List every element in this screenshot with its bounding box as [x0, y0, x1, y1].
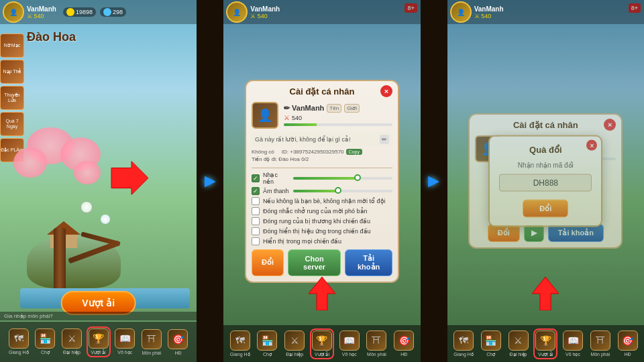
player-level-1: ⚔ 540 — [27, 13, 56, 19]
prof-name-row-2: ✏ VanManh Tên Giới — [284, 104, 392, 113]
nav-vo-hoc[interactable]: 📖 Võ học — [115, 328, 135, 355]
cb-moi-chien-dau-label: Hiển thị trong mọi chiến đấu — [263, 238, 341, 245]
nav2-hd-label: HĐ — [400, 352, 407, 357]
copy-btn-2[interactable]: Copy — [346, 149, 362, 155]
power-icon-2: ⚔ — [284, 114, 290, 121]
doi-btn-2[interactable]: Đổi — [252, 249, 284, 276]
chat-bar-1: Gia nhập môn phái? — [0, 312, 197, 320]
nav3-mon-phai[interactable]: ⛩ Môn phái — [590, 330, 610, 357]
slider-nhac-nen: ✓ Nhạc nền — [252, 172, 392, 185]
chon-server-btn-2[interactable]: Chon server — [288, 249, 341, 276]
avatar-1: 👤 — [3, 1, 24, 23]
nav-giang-ho-label: Giang Hồ — [9, 350, 29, 355]
red-arrow-up-2 — [309, 277, 335, 316]
sub-modal-qua-doi: × Quà đổi Nhận nhận mã đổi DH888 Đổi — [488, 135, 602, 227]
slider-nhac-nen-track[interactable] — [293, 177, 392, 180]
nav-mon-phai-icon: ⛩ — [142, 329, 162, 349]
arrow-divider-2: ► — [421, 0, 447, 362]
divider-2 — [252, 168, 392, 168]
nav-cho-icon: 🏪 — [35, 328, 55, 349]
player-info-1: VanManh ⚔ 540 — [27, 5, 56, 19]
setting-ban-be: Nếu không là bạn bè, không nhận mời tổ đ… — [252, 197, 392, 205]
sub-modal-close-btn[interactable]: × — [586, 140, 597, 151]
cb-hieu-ung[interactable] — [252, 227, 260, 235]
modal-bottom-btns-2: Đổi Chon server Tải khoản — [252, 249, 392, 276]
sub-modal-doi-btn[interactable]: Đổi — [523, 200, 568, 218]
nav-hd[interactable]: 🎯 HĐ — [168, 329, 188, 355]
nav3-cho[interactable]: 🏪 Chợ — [481, 330, 501, 357]
nav2-dai-hiep[interactable]: ⚔ Đại hiệp — [284, 330, 305, 357]
slider-am-thanh-track[interactable] — [293, 190, 392, 192]
nav-cho-label: Chợ — [41, 350, 50, 355]
tab-gioi-2[interactable]: Giới — [344, 104, 360, 113]
checkbox-nhac-nen[interactable]: ✓ — [252, 174, 260, 182]
nav-vo-hoc-icon: 📖 — [115, 328, 135, 349]
nav3-hd[interactable]: 🎯 HĐ — [618, 330, 638, 357]
nav-dai-hiep-label: Đại hiệp — [63, 350, 80, 355]
nav-vuot-ai[interactable]: 🏆 Vượt ải — [89, 328, 109, 355]
nav2-giang-ho-label: Giang Hồ — [230, 352, 250, 357]
bottom-bar-2: 🗺 Giang Hồ 🏪 Chợ ⚔ Đại hiệp 🏆 Vượt ải 📖 … — [223, 325, 420, 362]
code-input-field[interactable]: DH888 — [499, 174, 592, 192]
nav2-cho[interactable]: 🏪 Chợ — [257, 330, 277, 357]
cb-bi-thuong-label: Đóng rung của bị thương khi chiến đấu — [263, 218, 370, 225]
nav2-cho-icon: 🏪 — [257, 330, 277, 351]
nav2-mon-phai-label: Môn phái — [367, 352, 386, 357]
orb-2 — [101, 215, 110, 224]
power-val-2: 540 — [292, 115, 302, 121]
nav-mon-phai[interactable]: ⛩ Môn phái — [142, 329, 162, 355]
nav-dai-hiep-icon: ⚔ — [62, 328, 82, 349]
red-arrow-up-3 — [532, 277, 559, 316]
nav-vo-hoc-label: Võ học — [117, 350, 132, 355]
bottom-nav-1: 🗺 Giang Hồ 🏪 Chợ ⚔ Đại hiệp 🏆 Vượt ải 📖 … — [0, 322, 197, 362]
prof-avatar-2: 👤 — [252, 102, 278, 129]
cb-bi-thuong[interactable] — [252, 217, 260, 225]
settings-modal-3: Cài đặt cá nhân × 👤 ✏ VanManh Tên Giới ⚔… — [468, 113, 623, 249]
nav3-giang-ho[interactable]: 🗺 Giang Hồ — [453, 330, 474, 357]
svg-marker-0 — [111, 162, 148, 195]
edit-icon-2[interactable]: ✏ — [380, 135, 389, 144]
prof-name-2: ✏ VanManh — [284, 104, 324, 113]
orb-1 — [80, 201, 93, 213]
side-btn-thuyen-lua[interactable]: Thuyền Lửa — [0, 86, 24, 110]
svg-marker-1 — [309, 277, 335, 310]
nav-mon-phai-label: Môn phái — [142, 351, 161, 355]
exp-fill-2 — [284, 123, 317, 126]
side-btn-nap-the[interactable]: Nạp Thẻ — [0, 60, 24, 84]
slider-nhac-nen-thumb[interactable] — [354, 174, 361, 181]
nav2-mon-phai[interactable]: ⛩ Môn phái — [366, 330, 386, 357]
nav2-cho-label: Chợ — [263, 352, 272, 357]
side-btn-nu-mac[interactable]: Nữ Mạc — [0, 34, 24, 58]
nav3-vuot-ai[interactable]: 🏆 Vượt ải — [535, 330, 555, 357]
nav-cho[interactable]: 🏪 Chợ — [35, 328, 55, 355]
nav2-hd-icon: 🎯 — [394, 330, 414, 351]
profile-row-2: 👤 ✏ VanManh Tên Giới ⚔ 540 — [252, 102, 392, 129]
settings-modal: Cài đặt cá nhân × 👤 ✏ VanManh Tên Giới ⚔… — [245, 80, 399, 283]
nav-giang-ho-icon: 🗺 — [9, 328, 29, 349]
nav2-giang-ho[interactable]: 🗺 Giang Hồ — [230, 330, 250, 357]
cb-hieu-ung-label: Đóng hiển thị hiệu ứng trong chiến đấu — [263, 228, 371, 235]
setting-nhac-nhac: Đóng nhắc nhở rung của mời phó bản — [252, 207, 392, 215]
nav-hd-label: HĐ — [174, 351, 181, 355]
nav3-dai-hiep[interactable]: ⚔ Đại hiệp — [508, 330, 529, 357]
nav3-vo-hoc[interactable]: 📖 Võ học — [563, 330, 583, 357]
checkbox-am-thanh[interactable]: ✓ — [252, 187, 260, 195]
svg-marker-2 — [532, 277, 559, 310]
nav2-vuot-ai[interactable]: 🏆 Vượt ải — [312, 330, 332, 357]
nav-giang-ho[interactable]: 🗺 Giang Hồ — [9, 328, 29, 355]
prof-power-bar-2: ⚔ 540 — [284, 114, 392, 121]
nav-vuot-ai-icon: 🏆 — [89, 328, 109, 349]
cb-moi-chien-dau[interactable] — [252, 237, 260, 245]
nav2-hd[interactable]: 🎯 HĐ — [394, 330, 414, 357]
big-blue-arrow-1: ► — [201, 170, 219, 192]
nav2-vo-hoc[interactable]: 📖 Võ học — [339, 330, 360, 357]
cb-ban-be[interactable] — [252, 197, 260, 205]
nav-dai-hiep[interactable]: ⚔ Đại hiệp — [62, 328, 82, 355]
tab-ten-2[interactable]: Tên — [327, 104, 341, 113]
panel-3: 8+ 👤 VanManh ⚔ 540 Cài đặt cá nhân × 👤 ✏… — [447, 0, 644, 362]
cb-nhac-nhac[interactable] — [252, 207, 260, 215]
modal-close-btn-2[interactable]: × — [380, 85, 392, 97]
tai-khoan-btn-2[interactable]: Tải khoản — [345, 249, 392, 276]
slider-am-thanh-thumb[interactable] — [335, 187, 341, 194]
chat-text-1: Gia nhập môn phái? — [4, 313, 53, 319]
